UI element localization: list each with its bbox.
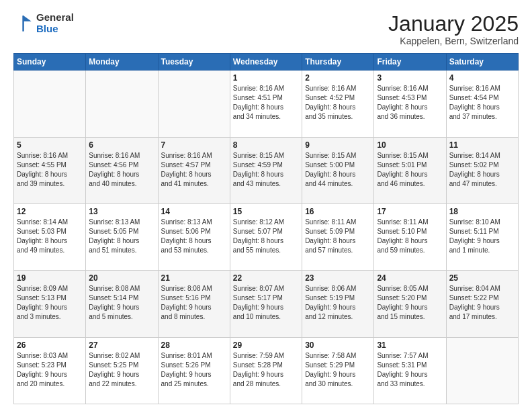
calendar-cell: 1Sunrise: 8:16 AM Sunset: 4:51 PM Daylig… (230, 71, 302, 137)
day-info: Sunrise: 8:09 AM Sunset: 5:13 PM Dayligh… (17, 284, 83, 322)
day-info: Sunrise: 8:13 AM Sunset: 5:05 PM Dayligh… (89, 218, 154, 255)
logo-general: General (36, 11, 74, 23)
day-number: 17 (377, 207, 443, 216)
day-number: 3 (377, 73, 443, 83)
day-info: Sunrise: 8:16 AM Sunset: 4:53 PM Dayligh… (377, 84, 443, 122)
day-number: 2 (305, 73, 371, 83)
month-title: January 2025 (388, 12, 519, 36)
day-number: 29 (233, 340, 299, 350)
day-number: 30 (305, 340, 371, 350)
calendar-cell: 18Sunrise: 8:10 AM Sunset: 5:11 PM Dayli… (446, 203, 518, 270)
day-number: 21 (161, 273, 227, 283)
day-info: Sunrise: 8:15 AM Sunset: 5:01 PM Dayligh… (377, 151, 443, 189)
page: General Blue January 2025 Kappelen, Bern… (0, 0, 532, 411)
weekday-header-friday: Friday (374, 54, 446, 71)
header: General Blue January 2025 Kappelen, Bern… (13, 12, 519, 46)
calendar-cell: 11Sunrise: 8:14 AM Sunset: 5:02 PM Dayli… (446, 137, 518, 203)
day-info: Sunrise: 8:03 AM Sunset: 5:23 PM Dayligh… (17, 351, 83, 389)
day-info: Sunrise: 8:14 AM Sunset: 5:02 PM Dayligh… (449, 151, 515, 189)
day-info: Sunrise: 8:16 AM Sunset: 4:51 PM Dayligh… (233, 84, 299, 122)
day-info: Sunrise: 8:16 AM Sunset: 4:54 PM Dayligh… (449, 84, 515, 122)
day-number: 27 (89, 340, 154, 350)
day-info: Sunrise: 8:11 AM Sunset: 5:09 PM Dayligh… (305, 218, 371, 255)
calendar-cell: 15Sunrise: 8:12 AM Sunset: 5:07 PM Dayli… (230, 203, 302, 270)
calendar-cell (86, 71, 158, 137)
calendar-cell: 25Sunrise: 8:04 AM Sunset: 5:22 PM Dayli… (446, 271, 518, 337)
day-number: 5 (17, 140, 83, 150)
day-number: 22 (233, 273, 299, 283)
day-info: Sunrise: 7:59 AM Sunset: 5:28 PM Dayligh… (233, 351, 299, 389)
day-number: 19 (17, 273, 83, 283)
day-number: 28 (161, 340, 227, 350)
calendar-cell: 12Sunrise: 8:14 AM Sunset: 5:03 PM Dayli… (14, 203, 86, 270)
day-info: Sunrise: 8:11 AM Sunset: 5:10 PM Dayligh… (377, 218, 443, 255)
day-number: 16 (305, 207, 371, 216)
day-info: Sunrise: 8:12 AM Sunset: 5:07 PM Dayligh… (233, 218, 299, 255)
calendar-cell: 22Sunrise: 8:07 AM Sunset: 5:17 PM Dayli… (230, 271, 302, 337)
calendar-cell: 16Sunrise: 8:11 AM Sunset: 5:09 PM Dayli… (302, 203, 374, 270)
day-info: Sunrise: 8:01 AM Sunset: 5:26 PM Dayligh… (161, 351, 227, 389)
svg-rect-1 (22, 15, 24, 31)
day-number: 9 (305, 140, 371, 150)
weekday-header-row: SundayMondayTuesdayWednesdayThursdayFrid… (14, 54, 519, 71)
logo-text: General Blue (36, 12, 74, 34)
weekday-header-monday: Monday (86, 54, 158, 71)
day-info: Sunrise: 8:10 AM Sunset: 5:11 PM Dayligh… (449, 218, 515, 255)
svg-marker-0 (24, 15, 32, 21)
calendar-cell: 3Sunrise: 8:16 AM Sunset: 4:53 PM Daylig… (374, 71, 446, 137)
day-number: 31 (377, 340, 443, 350)
day-info: Sunrise: 8:08 AM Sunset: 5:14 PM Dayligh… (89, 284, 154, 322)
calendar-cell: 21Sunrise: 8:08 AM Sunset: 5:16 PM Dayli… (158, 271, 230, 337)
logo: General Blue (13, 12, 74, 34)
week-row-1: 1Sunrise: 8:16 AM Sunset: 4:51 PM Daylig… (14, 71, 519, 137)
week-row-4: 19Sunrise: 8:09 AM Sunset: 5:13 PM Dayli… (14, 271, 519, 337)
logo-icon (13, 13, 34, 34)
calendar-cell: 9Sunrise: 8:15 AM Sunset: 5:00 PM Daylig… (302, 137, 374, 203)
day-info: Sunrise: 8:15 AM Sunset: 4:59 PM Dayligh… (233, 151, 299, 189)
day-number: 1 (233, 73, 299, 83)
calendar-cell (158, 71, 230, 137)
calendar-cell: 24Sunrise: 8:05 AM Sunset: 5:20 PM Dayli… (374, 271, 446, 337)
calendar-cell: 2Sunrise: 8:16 AM Sunset: 4:52 PM Daylig… (302, 71, 374, 137)
calendar-cell: 28Sunrise: 8:01 AM Sunset: 5:26 PM Dayli… (158, 337, 230, 404)
day-number: 18 (449, 207, 515, 216)
calendar-cell: 26Sunrise: 8:03 AM Sunset: 5:23 PM Dayli… (14, 337, 86, 404)
calendar-cell: 31Sunrise: 7:57 AM Sunset: 5:31 PM Dayli… (374, 337, 446, 404)
day-number: 10 (377, 140, 443, 150)
day-info: Sunrise: 8:05 AM Sunset: 5:20 PM Dayligh… (377, 284, 443, 322)
day-info: Sunrise: 8:16 AM Sunset: 4:52 PM Dayligh… (305, 84, 371, 122)
day-number: 15 (233, 207, 299, 216)
day-info: Sunrise: 7:58 AM Sunset: 5:29 PM Dayligh… (305, 351, 371, 389)
title-block: January 2025 Kappelen, Bern, Switzerland (388, 12, 519, 46)
weekday-header-tuesday: Tuesday (158, 54, 230, 71)
day-info: Sunrise: 8:08 AM Sunset: 5:16 PM Dayligh… (161, 284, 227, 322)
day-info: Sunrise: 8:06 AM Sunset: 5:19 PM Dayligh… (305, 284, 371, 322)
location: Kappelen, Bern, Switzerland (388, 36, 519, 46)
calendar-cell: 20Sunrise: 8:08 AM Sunset: 5:14 PM Dayli… (86, 271, 158, 337)
day-number: 7 (161, 140, 227, 150)
day-number: 26 (17, 340, 83, 350)
calendar-cell: 23Sunrise: 8:06 AM Sunset: 5:19 PM Dayli… (302, 271, 374, 337)
weekday-header-thursday: Thursday (302, 54, 374, 71)
calendar-cell: 4Sunrise: 8:16 AM Sunset: 4:54 PM Daylig… (446, 71, 518, 137)
day-info: Sunrise: 8:04 AM Sunset: 5:22 PM Dayligh… (449, 284, 515, 322)
day-info: Sunrise: 8:16 AM Sunset: 4:57 PM Dayligh… (161, 151, 227, 189)
day-info: Sunrise: 8:16 AM Sunset: 4:55 PM Dayligh… (17, 151, 83, 189)
day-info: Sunrise: 8:02 AM Sunset: 5:25 PM Dayligh… (89, 351, 154, 389)
calendar-cell: 27Sunrise: 8:02 AM Sunset: 5:25 PM Dayli… (86, 337, 158, 404)
calendar-cell (446, 337, 518, 404)
day-number: 25 (449, 273, 515, 283)
calendar-cell: 5Sunrise: 8:16 AM Sunset: 4:55 PM Daylig… (14, 137, 86, 203)
weekday-header-sunday: Sunday (14, 54, 86, 71)
logo-blue: Blue (36, 23, 58, 34)
day-number: 14 (161, 207, 227, 216)
calendar-cell: 19Sunrise: 8:09 AM Sunset: 5:13 PM Dayli… (14, 271, 86, 337)
day-number: 12 (17, 207, 83, 216)
weekday-header-wednesday: Wednesday (230, 54, 302, 71)
calendar-cell: 17Sunrise: 8:11 AM Sunset: 5:10 PM Dayli… (374, 203, 446, 270)
calendar-cell: 30Sunrise: 7:58 AM Sunset: 5:29 PM Dayli… (302, 337, 374, 404)
day-number: 4 (449, 73, 515, 83)
week-row-3: 12Sunrise: 8:14 AM Sunset: 5:03 PM Dayli… (14, 203, 519, 270)
day-number: 8 (233, 140, 299, 150)
week-row-2: 5Sunrise: 8:16 AM Sunset: 4:55 PM Daylig… (14, 137, 519, 203)
